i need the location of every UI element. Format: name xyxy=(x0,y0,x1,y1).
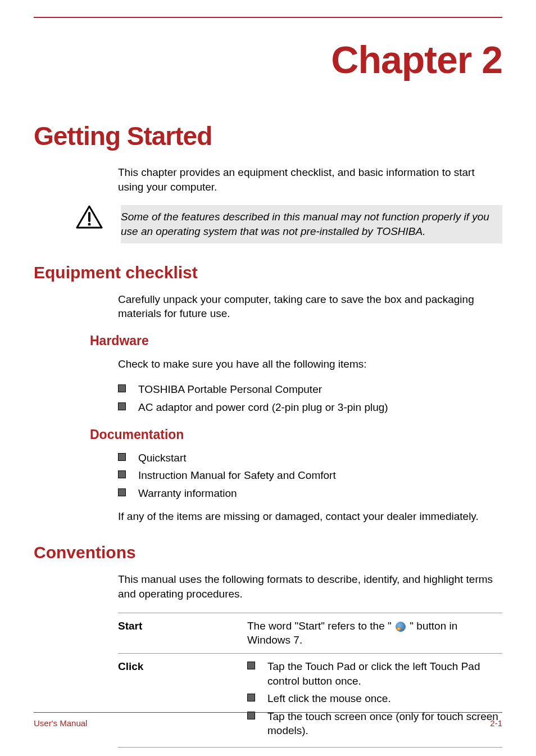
windows-start-orb-icon xyxy=(396,622,406,632)
intro-paragraph: This chapter provides an equipment check… xyxy=(118,165,502,194)
list-item-text: AC adaptor and power cord (2-pin plug or… xyxy=(138,400,388,415)
warning-icon xyxy=(76,205,104,231)
list-item-text: Left click the mouse once. xyxy=(267,691,391,706)
footer-left: User's Manual xyxy=(34,718,87,728)
table-row: Start The word "Start" refers to the " "… xyxy=(118,613,502,653)
desc-click: Tap the Touch Pad or click the left Touc… xyxy=(247,653,502,747)
page-title: Getting Started xyxy=(34,121,502,151)
bullet-icon xyxy=(247,662,255,669)
documentation-heading: Documentation xyxy=(90,427,502,442)
chapter-title: Chapter 2 xyxy=(34,38,502,82)
list-item: TOSHIBA Portable Personal Computer xyxy=(118,382,502,397)
bullet-icon xyxy=(118,384,126,392)
list-item-text: Tap the Touch Pad or click the left Touc… xyxy=(267,659,502,688)
term-click: Click xyxy=(118,653,247,747)
list-item: Warranty information xyxy=(118,486,502,501)
hardware-list: TOSHIBA Portable Personal Computer AC ad… xyxy=(118,382,502,414)
footer-right: 2-1 xyxy=(490,718,502,728)
list-item-text: Warranty information xyxy=(138,486,237,501)
conventions-intro: This manual uses the following formats t… xyxy=(118,572,502,601)
hardware-intro: Check to make sure you have all the foll… xyxy=(118,357,502,372)
list-item: Tap the Touch Pad or click the left Touc… xyxy=(247,659,502,688)
svg-point-2 xyxy=(88,223,91,226)
list-item: Quickstart xyxy=(118,451,502,465)
list-item: Instruction Manual for Safety and Comfor… xyxy=(118,468,502,483)
bullet-icon xyxy=(118,402,126,410)
bullet-icon xyxy=(118,453,126,461)
bullet-icon xyxy=(247,694,255,701)
desc-start: The word "Start" refers to the " " butto… xyxy=(247,613,502,653)
bullet-icon xyxy=(118,470,126,478)
desc-prefix: The word "Start" refers to the " xyxy=(247,620,394,632)
list-item: AC adaptor and power cord (2-pin plug or… xyxy=(118,400,502,415)
list-item-text: TOSHIBA Portable Personal Computer xyxy=(138,382,322,397)
list-item-text: Instruction Manual for Safety and Comfor… xyxy=(138,468,336,483)
warning-note: Some of the features described in this m… xyxy=(34,205,502,243)
term-start: Start xyxy=(118,613,247,653)
list-item-text: Quickstart xyxy=(138,451,187,465)
hardware-heading: Hardware xyxy=(90,333,502,348)
documentation-after: If any of the items are missing or damag… xyxy=(118,509,502,524)
table-row: Click Tap the Touch Pad or click the lef… xyxy=(118,653,502,747)
equipment-checklist-heading: Equipment checklist xyxy=(34,263,502,282)
warning-text: Some of the features described in this m… xyxy=(121,205,502,243)
equipment-intro: Carefully unpack your computer, taking c… xyxy=(118,292,502,321)
list-item: Left click the mouse once. xyxy=(247,691,502,706)
top-divider xyxy=(34,17,502,18)
page-footer: User's Manual 2-1 xyxy=(34,712,502,728)
documentation-list: Quickstart Instruction Manual for Safety… xyxy=(118,451,502,501)
conventions-heading: Conventions xyxy=(34,543,502,562)
bullet-icon xyxy=(118,488,126,496)
